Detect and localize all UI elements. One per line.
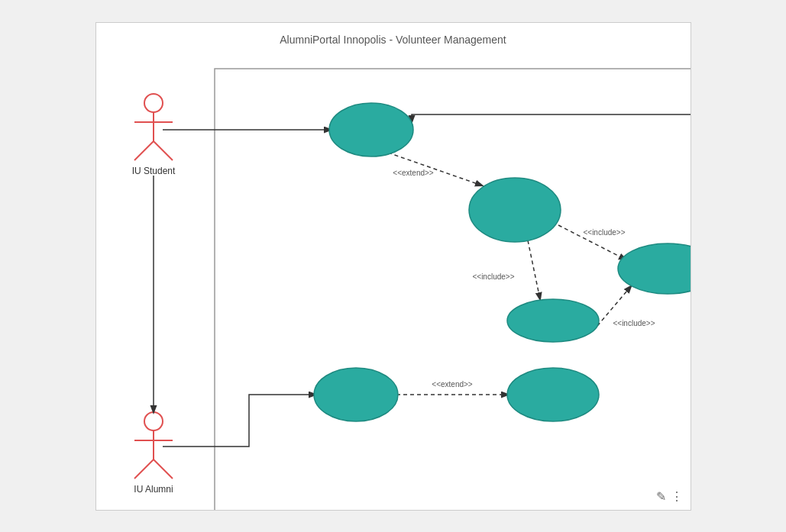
diagram-container: AlumniPortal Innopolis - Volunteer Manag… <box>95 22 691 511</box>
usecase-decline-request[interactable] <box>507 299 599 342</box>
edit-button[interactable]: ✎ <box>656 489 666 504</box>
label-extend-1: <<extend>> <box>393 169 434 177</box>
actor-student: IU Student <box>131 94 175 176</box>
conn-alumni-pp2 <box>163 395 315 447</box>
system-boundary <box>215 69 691 510</box>
usecase-register-volunteer[interactable] <box>507 368 599 421</box>
menu-button[interactable]: ⋮ <box>671 489 683 504</box>
svg-line-3 <box>134 141 154 160</box>
svg-line-8 <box>134 459 154 479</box>
actor-alumni-label: IU Alumni <box>134 484 173 495</box>
label-include-3: <<include>> <box>613 319 655 327</box>
usecase-rv-text: Register as volunteer <box>530 23 575 33</box>
usecase-project-page-1[interactable] <box>329 103 413 156</box>
usecase-check-volunteer[interactable] <box>469 178 561 242</box>
label-include-2: <<include>> <box>472 272 514 281</box>
svg-line-9 <box>154 459 173 479</box>
usecase-ar-text: Accept request <box>639 23 691 30</box>
diagram-toolbar: ✎ ⋮ <box>656 489 683 504</box>
usecase-project-page-2[interactable] <box>314 368 398 421</box>
usecase-accept-request[interactable] <box>618 243 691 294</box>
label-extend-2: <<extend>> <box>432 380 473 389</box>
conn-cvp-dr <box>528 240 540 299</box>
actor-alumni: IU Alumni <box>134 412 173 495</box>
diagram-svg: IU Student IU Alumni IU Administration <box>96 23 691 510</box>
svg-line-4 <box>154 141 173 160</box>
svg-point-0 <box>144 94 163 112</box>
actor-student-label: IU Student <box>131 166 175 176</box>
svg-point-5 <box>144 412 163 430</box>
label-include-1: <<include>> <box>583 228 625 237</box>
